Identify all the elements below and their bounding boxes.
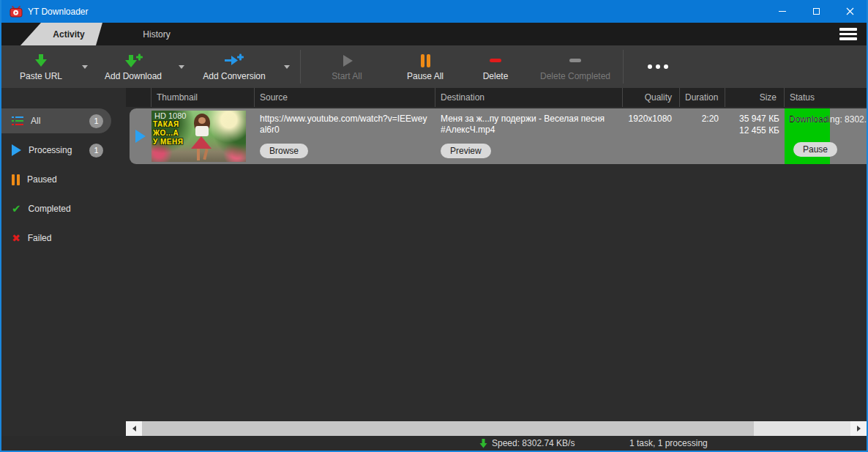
destination-cell: Меня за ж...пу подержи - Веселая песня #… bbox=[435, 108, 622, 164]
add-download-button[interactable]: Add Download bbox=[95, 47, 171, 86]
sidebar-item-failed[interactable]: ✖ Failed bbox=[1, 226, 111, 251]
window-title: YT Downloader bbox=[28, 7, 89, 17]
app-window: YT Downloader Activity History Paste URL bbox=[0, 0, 868, 452]
add-download-dropdown[interactable] bbox=[171, 47, 192, 86]
start-all-label: Start All bbox=[332, 71, 362, 81]
add-conversion-icon bbox=[223, 53, 245, 69]
arrow-right-icon bbox=[857, 426, 861, 431]
sidebar-item-completed[interactable]: ✔ Completed bbox=[1, 196, 111, 221]
add-conversion-label: Add Conversion bbox=[203, 71, 265, 81]
maximize-icon bbox=[813, 8, 820, 15]
scrollbar-thumb[interactable] bbox=[142, 421, 754, 436]
row-state-cell bbox=[130, 108, 151, 164]
column-header-state bbox=[126, 88, 151, 107]
column-header-status[interactable]: Status bbox=[784, 88, 867, 107]
minimize-button[interactable] bbox=[766, 0, 799, 23]
duration-cell: 2:20 bbox=[679, 108, 725, 164]
close-icon bbox=[846, 7, 854, 15]
paste-url-label: Paste URL bbox=[20, 71, 62, 81]
delete-icon bbox=[487, 53, 504, 69]
arrow-left-icon bbox=[132, 426, 136, 431]
count-badge: 1 bbox=[89, 144, 103, 158]
scrollbar-filler bbox=[1, 421, 126, 436]
quality-cell: 1920x1080 bbox=[622, 108, 679, 164]
tab-history[interactable]: History bbox=[102, 23, 211, 45]
toolbar-separator bbox=[623, 50, 624, 84]
sidebar: All 1 Processing 1 Paused ✔ Completed ✖ … bbox=[1, 88, 126, 421]
delete-completed-button[interactable]: Delete Completed bbox=[531, 47, 620, 86]
horizontal-scrollbar[interactable] bbox=[126, 421, 867, 436]
speed-indicator: Speed: 8302.74 KB/s bbox=[479, 436, 575, 451]
hamburger-icon bbox=[839, 28, 857, 31]
delete-completed-icon bbox=[566, 53, 584, 69]
size-downloaded: 12 455 КБ bbox=[725, 125, 779, 137]
column-header-duration[interactable]: Duration bbox=[679, 88, 725, 107]
size-cell: 35 947 КБ 12 455 КБ bbox=[725, 108, 784, 164]
scroll-right-button[interactable] bbox=[850, 421, 867, 436]
quality-badge: HD 1080 bbox=[154, 111, 186, 120]
sidebar-item-label: Paused bbox=[27, 174, 57, 185]
column-header-thumbnail[interactable]: Thumbnail bbox=[151, 88, 254, 107]
preview-button[interactable]: Preview bbox=[441, 144, 491, 158]
cross-icon: ✖ bbox=[12, 232, 20, 244]
video-thumbnail[interactable]: HD 1080 ТАКАЯ ЖО...А У МЕНЯ bbox=[151, 111, 246, 162]
paste-url-dropdown[interactable] bbox=[75, 47, 95, 86]
tab-bar: Activity History bbox=[1, 23, 867, 45]
task-count: 1 task, 1 processing bbox=[629, 436, 708, 451]
paste-url-button[interactable]: Paste URL bbox=[7, 47, 75, 86]
tab-activity-label: Activity bbox=[53, 29, 84, 40]
scrollbar-row bbox=[1, 421, 867, 436]
pause-all-label: Pause All bbox=[407, 71, 444, 81]
table-row[interactable]: HD 1080 ТАКАЯ ЖО...А У МЕНЯ https://www.… bbox=[130, 108, 867, 164]
source-cell: https://www.youtube.com/watch?v=IEEweyal… bbox=[254, 108, 435, 164]
sidebar-item-label: Failed bbox=[28, 233, 52, 243]
column-header-size[interactable]: Size bbox=[725, 88, 784, 107]
title-bar: YT Downloader bbox=[1, 0, 867, 23]
more-dots-icon bbox=[648, 64, 652, 69]
browse-button[interactable]: Browse bbox=[260, 144, 308, 158]
maximize-button[interactable] bbox=[799, 0, 833, 23]
sidebar-item-paused[interactable]: Paused bbox=[1, 167, 111, 192]
column-header-source[interactable]: Source bbox=[254, 88, 435, 107]
column-header-destination[interactable]: Destination bbox=[435, 88, 622, 107]
paste-url-icon bbox=[31, 53, 50, 69]
downloading-play-icon bbox=[135, 130, 146, 143]
pause-all-icon bbox=[416, 53, 434, 69]
source-url: https://www.youtube.com/watch?v=IEEweyal… bbox=[260, 114, 429, 136]
start-all-icon bbox=[338, 53, 356, 69]
add-download-icon bbox=[123, 53, 143, 69]
pause-all-button[interactable]: Pause All bbox=[390, 47, 460, 86]
sidebar-item-processing[interactable]: Processing 1 bbox=[1, 138, 111, 163]
count-badge: 1 bbox=[89, 114, 103, 128]
tab-history-label: History bbox=[143, 29, 170, 40]
close-button[interactable] bbox=[833, 0, 867, 23]
pause-button[interactable]: Pause bbox=[793, 142, 837, 157]
download-speed-icon bbox=[479, 439, 487, 448]
play-icon bbox=[12, 144, 21, 156]
check-icon: ✔ bbox=[12, 202, 21, 215]
scroll-left-button[interactable] bbox=[126, 421, 142, 436]
size-total: 35 947 КБ bbox=[725, 114, 779, 125]
add-conversion-button[interactable]: Add Conversion bbox=[192, 47, 277, 86]
thumbnail-caption: ТАКАЯ ЖО...А У МЕНЯ bbox=[153, 120, 183, 147]
task-table: Thumbnail Source Destination Quality Dur… bbox=[126, 88, 867, 421]
column-header-quality[interactable]: Quality bbox=[622, 88, 679, 107]
add-conversion-dropdown[interactable] bbox=[277, 47, 297, 86]
more-actions-button[interactable] bbox=[632, 47, 684, 86]
scrollbar-track[interactable] bbox=[754, 421, 850, 436]
start-all-button[interactable]: Start All bbox=[304, 47, 390, 86]
thumbnail-cell: HD 1080 ТАКАЯ ЖО...А У МЕНЯ bbox=[151, 108, 254, 164]
speed-text: Speed: 8302.74 KB/s bbox=[492, 438, 575, 448]
sidebar-item-all[interactable]: All 1 bbox=[1, 108, 111, 133]
table-body: HD 1080 ТАКАЯ ЖО...А У МЕНЯ https://www.… bbox=[126, 107, 867, 421]
list-all-icon bbox=[12, 116, 23, 126]
destination-filename: Меня за ж...пу подержи - Веселая песня #… bbox=[441, 114, 616, 136]
status-cell: Downloading: 8302.74 Downloading: 8302.7… bbox=[784, 108, 867, 164]
main-area: All 1 Processing 1 Paused ✔ Completed ✖ … bbox=[1, 88, 867, 421]
delete-button[interactable]: Delete bbox=[460, 47, 531, 86]
delete-label: Delete bbox=[483, 71, 509, 81]
sidebar-item-label: All bbox=[31, 116, 40, 126]
menu-button[interactable] bbox=[839, 28, 857, 40]
task-count-text: 1 task, 1 processing bbox=[629, 438, 708, 448]
tab-activity[interactable]: Activity bbox=[20, 23, 102, 45]
